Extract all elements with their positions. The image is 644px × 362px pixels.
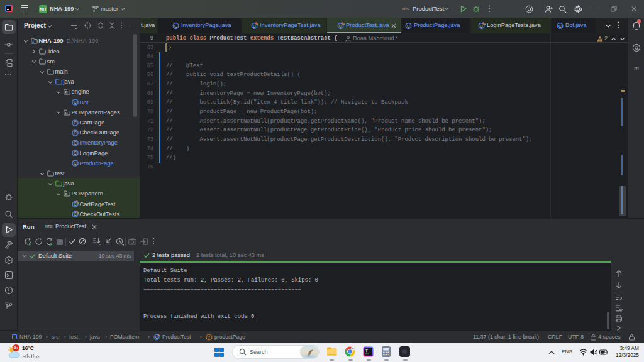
svg-text:C: C [74, 141, 77, 145]
svg-text:C: C [74, 202, 77, 206]
svg-text:C: C [74, 131, 77, 135]
svg-text:C: C [74, 100, 77, 104]
svg-text:C: C [480, 24, 483, 28]
svg-text:C: C [253, 24, 256, 28]
svg-text:C: C [174, 24, 177, 28]
svg-text:f: f [209, 335, 210, 339]
svg-text:C: C [74, 121, 77, 125]
svg-text:C: C [74, 212, 77, 217]
svg-text:C: C [74, 151, 77, 155]
svg-text:C: C [74, 161, 77, 165]
svg-text:C: C [339, 24, 342, 28]
svg-text:C: C [407, 24, 410, 28]
svg-text:C: C [155, 335, 158, 339]
svg-text:C: C [558, 24, 562, 28]
